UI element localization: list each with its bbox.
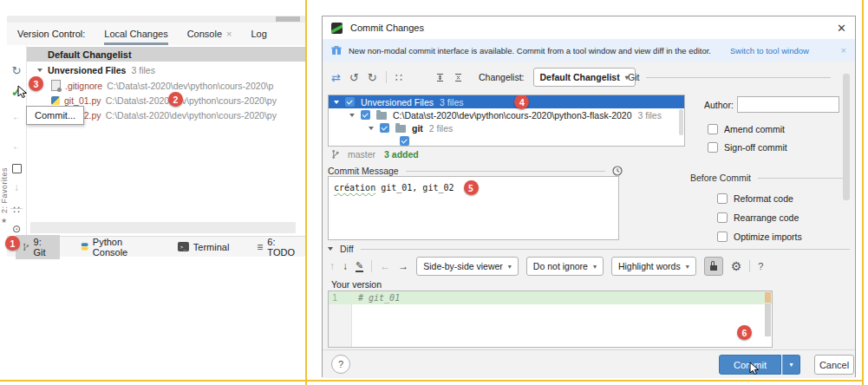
banner-text: New non-modal commit interface is availa… — [349, 46, 711, 55]
close-icon[interactable]: × — [226, 29, 232, 39]
tab-python-console[interactable]: Python Console — [74, 235, 157, 259]
horizontal-scrollbar-track[interactable] — [30, 222, 296, 233]
collapse-diff-icon[interactable] — [328, 247, 333, 251]
file-path: C:\Data\st-2020\dev\python\cours-2020\p — [107, 81, 273, 91]
tree-scrollbar[interactable] — [679, 109, 683, 135]
collapse-all-icon[interactable] — [454, 73, 463, 82]
help-button[interactable]: ? — [331, 355, 350, 374]
checkbox-unchecked[interactable] — [708, 142, 718, 153]
tab-python-console-label: Python Console — [93, 237, 150, 258]
diff-code-line: 1 # git_01 — [329, 291, 772, 304]
version-control-tabbar: Version Control: Local Changes Console ×… — [7, 23, 305, 45]
cancel-button[interactable]: Cancel — [814, 355, 854, 375]
rearrange-code-option[interactable]: Rearrange code — [717, 212, 799, 223]
dialog-titlebar: Commit Changes ✕ — [323, 16, 855, 39]
changelist-dropdown[interactable]: Default Changelist — [533, 68, 636, 87]
next-change-icon[interactable]: ↓ — [343, 261, 348, 271]
tree-row-git-folder[interactable]: git 2 files — [329, 121, 684, 134]
group-by-icon[interactable]: ∷ — [7, 205, 26, 215]
annotation-circle-5: 5 — [464, 180, 479, 195]
highlight-value: Highlight words — [618, 261, 681, 271]
editor-scrollbar-strip[interactable] — [7, 16, 305, 23]
next-file-icon[interactable]: → — [398, 261, 408, 271]
changelist-header[interactable]: Default Changelist — [27, 47, 305, 62]
shelve-icon[interactable] — [7, 162, 26, 176]
diff-settings-gear-icon[interactable]: ⚙ — [731, 260, 742, 272]
frame-line-right — [862, 0, 864, 385]
signoff-commit-option[interactable]: Sign-off commit — [708, 142, 787, 153]
preview-eye-icon[interactable]: ⊙ — [7, 224, 26, 234]
tree-row-partial[interactable] — [329, 134, 684, 147]
expander-icon[interactable] — [37, 69, 42, 72]
optimize-imports-option[interactable]: Optimize imports — [717, 232, 802, 242]
reformat-code-option[interactable]: Reformat code — [717, 193, 793, 204]
checkbox-checked[interactable] — [361, 110, 370, 120]
refresh-icon[interactable]: ↻ — [7, 65, 26, 76]
toolwindow-tabbar: 9: Git Python Console Terminal 6: TODO — [7, 236, 305, 257]
optimize-imports-label: Optimize imports — [734, 232, 802, 242]
highlight-dropdown[interactable]: Highlight words — [611, 257, 696, 276]
commit-message-input[interactable]: création git_01, git_02 5 — [328, 176, 619, 240]
expander-icon[interactable] — [369, 127, 374, 130]
whitespace-dropdown[interactable]: Do not ignore — [526, 257, 604, 276]
lock-toggle-button[interactable] — [704, 257, 723, 276]
scrollbar-thumb[interactable] — [276, 16, 300, 22]
expand-all-icon[interactable] — [435, 73, 445, 82]
switch-to-tool-window-link[interactable]: Switch to tool window — [730, 46, 809, 55]
checkbox-checked[interactable] — [400, 136, 409, 146]
pycharm-app-icon — [331, 23, 343, 34]
checkbox-unchecked[interactable] — [708, 124, 718, 134]
amend-commit-option[interactable]: Amend commit — [708, 124, 785, 134]
version-control-label: Version Control: — [17, 29, 85, 39]
viewer-mode-value: Side-by-side viewer — [423, 261, 503, 271]
diff-scrollbar[interactable] — [765, 303, 771, 336]
group-by-icon[interactable]: ∷ — [395, 72, 402, 83]
unversioned-files-group-row[interactable]: Unversioned Files 3 files — [27, 63, 305, 77]
nonmodal-banner: New non-modal commit interface is availa… — [323, 39, 855, 62]
tab-git-label: 9: Git — [34, 237, 53, 258]
changelist-value: Default Changelist — [540, 72, 620, 82]
rollback-icon[interactable]: ↺ — [349, 72, 359, 83]
rollback-icon-2[interactable]: ← — [7, 142, 26, 151]
tree-row-unversioned[interactable]: Unversioned Files 3 files 4 — [329, 95, 684, 108]
tab-todo[interactable]: 6: TODO — [250, 235, 305, 259]
tab-console[interactable]: Console × — [187, 23, 232, 45]
options-scrollbar[interactable] — [843, 74, 850, 200]
viewer-mode-dropdown[interactable]: Side-by-side viewer — [416, 257, 519, 276]
expander-icon[interactable] — [349, 114, 355, 117]
unshelve-icon[interactable]: ↓ — [7, 182, 26, 192]
file-row-gitignore[interactable]: .gitignore C:\Data\st-2020\dev\python\co… — [27, 78, 305, 93]
jump-to-source-icon[interactable]: ✎ — [356, 260, 363, 272]
checkbox-unchecked[interactable] — [717, 232, 728, 242]
diff-help-icon[interactable]: ? — [758, 261, 763, 271]
file-name: .gitignore — [65, 81, 102, 91]
mouse-cursor — [17, 85, 28, 99]
tree-row-project[interactable]: C:\Data\st-2020\dev\python\cours-2020\py… — [329, 108, 684, 121]
tab-log[interactable]: Log — [251, 23, 266, 45]
tab-local-changes[interactable]: Local Changes — [104, 23, 167, 45]
tab-git[interactable]: 9: Git — [16, 235, 60, 259]
line-number: 1 — [329, 293, 351, 303]
commit-file-tree[interactable]: Unversioned Files 3 files 4 C:\Data\st-2… — [328, 95, 685, 147]
commit-message-word: création — [334, 183, 375, 192]
vcs-toolbar-rail: ↻ ✓ ← ← ↓ ∷ ⊙ » — [7, 45, 27, 241]
checkbox-unchecked[interactable] — [717, 212, 728, 223]
checkbox-checked[interactable] — [380, 123, 389, 133]
history-clock-icon[interactable] — [612, 166, 623, 176]
expander-icon[interactable] — [334, 101, 339, 104]
toolbar-separator — [749, 260, 750, 272]
tab-terminal[interactable]: Terminal — [171, 240, 237, 254]
refresh-icon[interactable]: ↻ — [368, 72, 377, 83]
diff-viewer[interactable]: 1 # git_01 — [328, 290, 773, 348]
checkbox-unchecked[interactable] — [717, 193, 728, 204]
previous-change-icon[interactable]: ↑ — [330, 261, 335, 271]
previous-file-icon[interactable]: ← — [380, 261, 390, 271]
favorites-toolwindow-label[interactable]: 2: Favorites — [0, 130, 9, 213]
commit-dropdown-button[interactable] — [782, 355, 800, 375]
close-icon[interactable]: ✕ — [837, 22, 846, 35]
show-diff-icon[interactable]: ⇄ — [331, 72, 341, 83]
rollback-icon[interactable]: ← — [7, 113, 26, 121]
checkbox-checked[interactable] — [345, 97, 355, 107]
banner-close-icon[interactable]: × — [841, 45, 846, 55]
author-input[interactable] — [737, 96, 839, 113]
